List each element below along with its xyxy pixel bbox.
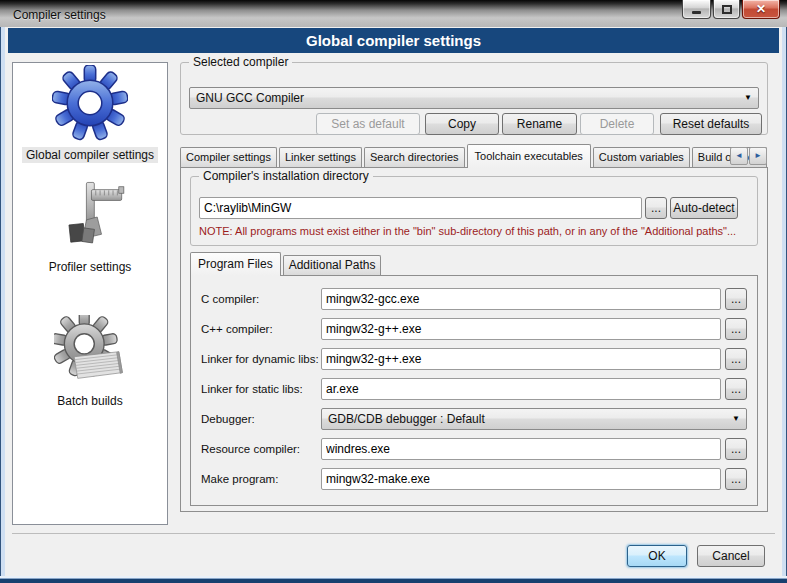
make-program-row: Make program: ... [201,468,747,490]
c-compiler-input[interactable] [321,288,721,310]
sidebar-item-label: Global compiler settings [22,147,158,163]
static-linker-row: Linker for static libs: ... [201,378,747,400]
resource-compiler-input[interactable] [321,438,721,460]
static-linker-input[interactable] [321,378,721,400]
selected-compiler-group: Selected compiler GNU GCC Compiler ▼ Set… [180,62,768,135]
selected-compiler-group-label: Selected compiler [189,55,292,69]
debugger-row: Debugger: GDB/CDB debugger : Default ▼ [201,408,747,430]
static-linker-browse-button[interactable]: ... [725,378,747,400]
window-title: Compiler settings [13,8,106,22]
cpp-compiler-row: C++ compiler: ... [201,318,747,340]
tab-search-directories[interactable]: Search directories [364,147,465,167]
window-frame-right [782,27,787,583]
sidebar-item-label: Batch builds [53,393,126,409]
subtab-program-files[interactable]: Program Files [190,252,281,276]
make-program-input[interactable] [321,468,721,490]
dynamic-linker-browse-button[interactable]: ... [725,348,747,370]
toolchain-executables-page: Compiler's installation directory ... Au… [180,167,768,512]
tab-compiler-settings[interactable]: Compiler settings [180,147,277,167]
tab-scroll-left-button[interactable]: ◄ [730,147,748,165]
window-frame-bottom [0,576,787,583]
caliper-icon [54,181,126,253]
debugger-select[interactable]: GDB/CDB debugger : Default ▼ [321,408,747,430]
cancel-button[interactable]: Cancel [697,545,765,567]
c-compiler-browse-button[interactable]: ... [725,288,747,310]
settings-category-list: Global compiler settings [12,62,168,525]
cpp-compiler-input[interactable] [321,318,721,340]
program-files-panel: C compiler: ... C++ compiler: ... Linker… [190,275,758,506]
debugger-label: Debugger: [201,413,321,425]
rename-button[interactable]: Rename [502,113,577,135]
ok-button[interactable]: OK [627,545,687,567]
batch-builds-gear-icon [54,315,126,387]
dynamic-linker-label: Linker for dynamic libs: [201,353,321,365]
installation-directory-row: ... Auto-detect [199,197,738,219]
minimize-icon [692,11,701,14]
page-title: Global compiler settings [8,28,779,53]
tab-linker-settings[interactable]: Linker settings [279,147,362,167]
debugger-select-value: GDB/CDB debugger : Default [328,412,485,426]
sidebar-item-label: Profiler settings [45,259,136,275]
reset-defaults-button[interactable]: Reset defaults [660,113,762,135]
arrow-right-icon: ► [754,152,762,160]
subtab-additional-paths[interactable]: Additional Paths [283,255,382,275]
window-controls: ✕ [682,0,780,19]
close-button[interactable]: ✕ [742,0,780,19]
cpp-compiler-browse-button[interactable]: ... [725,318,747,340]
tab-scroll-controls: ◄ ► [730,147,767,165]
chevron-down-icon: ▼ [732,415,740,423]
installation-directory-group-label: Compiler's installation directory [199,169,373,183]
tab-scroll-right-button[interactable]: ► [749,147,767,165]
arrow-left-icon: ◄ [735,152,743,160]
tab-toolchain-executables[interactable]: Toolchain executables [467,144,591,168]
auto-detect-button[interactable]: Auto-detect [670,197,738,219]
tab-custom-variables[interactable]: Custom variables [593,147,690,167]
installation-directory-browse-button[interactable]: ... [645,197,667,219]
settings-tab-strip: Compiler settings Linker settings Search… [180,144,768,168]
make-program-browse-button[interactable]: ... [725,468,747,490]
installation-directory-input[interactable] [199,197,642,219]
sidebar-item-profiler-settings[interactable]: Profiler settings [13,181,167,275]
resource-compiler-browse-button[interactable]: ... [725,438,747,460]
blue-gear-icon [52,65,128,141]
resource-compiler-label: Resource compiler: [201,443,321,455]
window-frame-left [0,27,5,583]
delete-button[interactable]: Delete [580,113,654,135]
compiler-settings-dialog: Compiler settings ✕ Global compiler sett… [0,0,787,583]
c-compiler-label: C compiler: [201,293,321,305]
close-icon: ✕ [756,2,766,16]
dynamic-linker-row: Linker for dynamic libs: ... [201,348,747,370]
cpp-compiler-label: C++ compiler: [201,323,321,335]
minimize-button[interactable] [682,0,711,19]
c-compiler-row: C compiler: ... [201,288,747,310]
dynamic-linker-input[interactable] [321,348,721,370]
static-linker-label: Linker for static libs: [201,383,321,395]
compiler-select-value: GNU GCC Compiler [196,91,304,105]
toolchain-subtab-strip: Program Files Additional Paths [190,252,383,276]
installation-note-text: NOTE: All programs must exist either in … [199,225,751,237]
sidebar-item-batch-builds[interactable]: Batch builds [13,315,167,409]
installation-directory-group: Compiler's installation directory ... Au… [190,176,758,246]
set-as-default-button[interactable]: Set as default [316,113,420,135]
copy-button[interactable]: Copy [425,113,499,135]
make-program-label: Make program: [201,473,321,485]
compiler-select[interactable]: GNU GCC Compiler ▼ [189,87,759,109]
sidebar-item-global-compiler-settings[interactable]: Global compiler settings [13,65,167,163]
resource-compiler-row: Resource compiler: ... [201,438,747,460]
title-bar: Compiler settings ✕ [0,0,787,27]
chevron-down-icon: ▼ [744,94,752,102]
footer-divider [12,533,775,534]
maximize-icon [722,5,732,14]
maximize-button[interactable] [713,0,740,19]
